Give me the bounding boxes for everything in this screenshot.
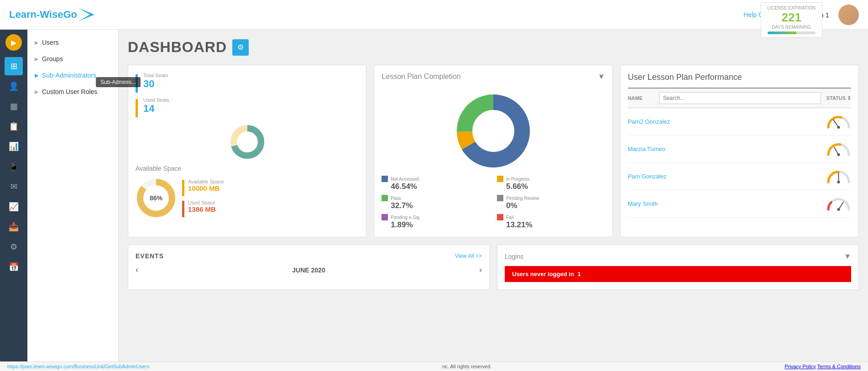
sidebar-item-reports[interactable]: ▦ — [5, 97, 23, 115]
nav-item-groups[interactable]: ▶ Groups — [27, 51, 118, 67]
page-title: DASHBOARD — [128, 39, 227, 56]
used-space-label: Used Space — [188, 200, 216, 205]
legend-value-fail: 13.21% — [506, 220, 605, 230]
sidebar-item-users[interactable]: 👤 — [5, 77, 23, 95]
lesson-plan-title: Lesson Plan Completion — [382, 73, 460, 81]
ulpp-user-link-1[interactable]: Marzia Tumeo — [628, 146, 826, 152]
svg-marker-0 — [78, 8, 94, 21]
sidebar-item-content[interactable]: 📋 — [5, 117, 23, 136]
calendar-prev-button[interactable]: ‹ — [136, 265, 138, 275]
used-seats-value: 14 — [143, 103, 169, 115]
logins-title: Logins — [505, 253, 523, 260]
legend-color-fail — [497, 214, 503, 220]
nav-arrow-users: ▶ — [35, 40, 38, 46]
tooltip-subadmins: Sub-Adminis... — [96, 77, 141, 87]
sidebar-item-settings[interactable]: ⚙ — [5, 238, 23, 256]
bottom-grid: EVENTS View All >> ‹ JUNE 2020 › Logins … — [128, 245, 859, 290]
sidebar-item-messages[interactable]: ✉ — [5, 178, 23, 196]
app-layout: ▶ ⊞ 👤 ▦ 📋 📊 📱 ✉ 📈 📥 ⚙ 📅 ▶ Users ▶ Groups… — [0, 30, 868, 371]
gauge-0 — [826, 114, 851, 130]
legend-label-pending-review: Pending Review — [506, 196, 539, 201]
license-bar — [768, 31, 816, 34]
legend-color-not-accessed — [382, 176, 388, 182]
terms-conditions-link[interactable]: Terms & Conditions — [817, 364, 861, 369]
lpc-donut-chart — [452, 90, 534, 172]
ulpp-user-link-3[interactable]: Mary Smith — [628, 200, 826, 207]
sidebar-item-analytics[interactable]: 📊 — [5, 137, 23, 156]
ulpp-user-row-1: Marzia Tumeo — [628, 136, 851, 163]
calendar-next-button[interactable]: › — [479, 265, 482, 275]
ulpp-search-input[interactable] — [659, 92, 821, 104]
nav-label-subadmins: Sub-Administrators — [42, 72, 96, 79]
gauge-3 — [826, 196, 851, 212]
license-box: License Expiration 221 DAYS REMAINING — [761, 2, 822, 37]
lesson-plan-card: Lesson Plan Completion ▼ — [374, 65, 612, 237]
logins-header: Logins ▼ — [505, 252, 851, 261]
logo-text1: Learn-Wise — [9, 9, 63, 20]
privacy-policy-link[interactable]: Privacy Policy — [784, 364, 816, 369]
footer: https://pam.learn-wisego.com/BusinessUni… — [0, 361, 868, 371]
legend-label-pending-esig: Pending e-Sig — [391, 215, 419, 220]
nav-arrow-custom-roles: ▶ — [35, 89, 38, 95]
ulpp-user-link-2[interactable]: Pam Gonzalez — [628, 173, 826, 180]
logins-alert-count[interactable]: 1 — [577, 271, 580, 277]
legend-label-fail: Fail — [506, 215, 513, 220]
footer-url: https://pam.learn-wisego.com/BusinessUni… — [7, 364, 149, 369]
logins-alert: Users never logged in 1 — [505, 266, 851, 282]
space-section: Available Space 86% Available Space — [136, 165, 359, 219]
header: Learn-WiseGo License Expiration 221 DAYS… — [0, 0, 868, 30]
available-space-bar — [182, 180, 184, 196]
svg-point-11 — [475, 113, 512, 150]
used-seats-bar — [136, 99, 138, 117]
legend-pending-review: Pending Review 0% — [497, 195, 605, 210]
logins-alert-text: Users never logged in — [512, 271, 574, 277]
events-card: EVENTS View All >> ‹ JUNE 2020 › — [128, 245, 490, 290]
ulpp-title: User Lesson Plan Performance — [628, 73, 851, 82]
legend-value-pass: 32.7% — [391, 201, 490, 210]
space-card-title: Available Space — [136, 165, 359, 172]
lesson-plan-filter-icon[interactable]: ▼ — [598, 73, 605, 81]
page-title-area: DASHBOARD ⚙ — [128, 39, 859, 56]
legend-fail: Fail 13.21% — [497, 214, 605, 230]
dashboard-settings-button[interactable]: ⚙ — [232, 39, 249, 56]
ulpp-user-link-0[interactable]: Pam2 Gonzalez — [628, 118, 826, 125]
legend-not-accessed: Not Accessed 46.54% — [382, 176, 490, 191]
avatar — [838, 5, 859, 25]
sort-arrows-icon[interactable]: ⇕ — [847, 95, 851, 101]
ulpp-header-row: NAME STATUS ⇕ — [628, 88, 851, 108]
legend-label-in-progress: In Progress — [506, 177, 529, 182]
sidebar-item-dashboard[interactable]: ⊞ — [5, 57, 23, 75]
ulpp-user-row-0: Pam2 Gonzalez — [628, 108, 851, 136]
ulpp-status-label: STATUS — [826, 95, 846, 101]
lpc-donut-area — [382, 90, 605, 172]
events-header: EVENTS View All >> — [136, 252, 482, 260]
seats-donut-area — [136, 124, 359, 160]
legend-pending-esig: Pending e-Sig 1.89% — [382, 214, 490, 230]
total-seats-value: 30 — [143, 78, 168, 90]
ulpp-card: User Lesson Plan Performance NAME STATUS… — [620, 65, 859, 237]
lpc-legend: Not Accessed 46.54% In Progress 5.66% — [382, 176, 605, 230]
sidebar: ▶ ⊞ 👤 ▦ 📋 📊 📱 ✉ 📈 📥 ⚙ 📅 — [0, 30, 27, 371]
dashboard-grid: Total Seats 30 Used Seats 14 — [128, 65, 859, 237]
seats-section: Total Seats 30 Used Seats 14 — [136, 73, 359, 117]
sidebar-item-stats[interactable]: 📈 — [5, 198, 23, 216]
ulpp-user-row-3: Mary Smith — [628, 190, 851, 218]
nav-item-users[interactable]: ▶ Users — [27, 34, 118, 51]
legend-color-pass — [382, 195, 388, 201]
svg-line-12 — [833, 120, 839, 127]
total-seats-label: Total Seats — [143, 73, 168, 78]
logo-text: Learn-WiseGo — [9, 9, 77, 21]
seats-space-card: Total Seats 30 Used Seats 14 — [128, 65, 366, 237]
legend-value-not-accessed: 46.54% — [391, 182, 490, 191]
svg-point-2 — [234, 128, 261, 156]
license-remaining: DAYS REMAINING — [768, 25, 816, 30]
nav-submenu: ▶ Users ▶ Groups ▶ Sub-Administrators ▶ … — [27, 30, 119, 371]
available-space-row: 86% Available Space 10000 MB — [136, 178, 359, 219]
svg-point-17 — [837, 181, 840, 183]
sidebar-item-mobile[interactable]: 📱 — [5, 157, 23, 176]
logins-filter-icon[interactable]: ▼ — [844, 252, 851, 261]
view-all-link[interactable]: View All >> — [455, 253, 482, 259]
sidebar-toggle[interactable]: ▶ — [5, 34, 22, 51]
sidebar-item-calendar[interactable]: 📅 — [5, 258, 23, 276]
sidebar-item-inbox[interactable]: 📥 — [5, 218, 23, 236]
